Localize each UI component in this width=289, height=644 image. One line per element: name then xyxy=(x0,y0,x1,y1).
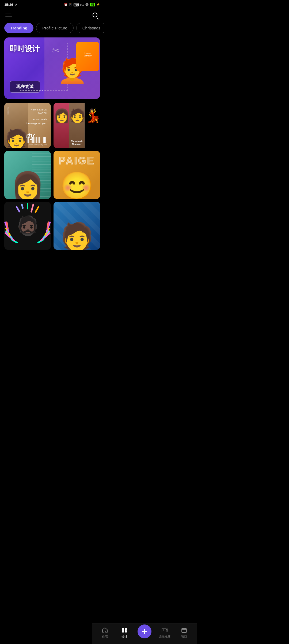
beauty-season: NEW SEASONMARCH xyxy=(31,108,47,115)
blue-person-icon: 🧑 xyxy=(60,223,94,250)
card-throwback-inner: 👩 🧑 ThrowbackThursday 💃 xyxy=(54,103,100,148)
status-right: ⏰ 📳 HD 5G 55 ⚡ xyxy=(64,3,100,6)
beauty-url: www.beautymag.com xyxy=(29,144,47,145)
svg-rect-14 xyxy=(30,204,34,213)
status-left: 15:36 ✓ xyxy=(4,3,18,7)
card-paige[interactable]: PAIGE 😊 xyxy=(54,151,100,199)
birthday-card-text: HappyBirthday xyxy=(78,52,97,57)
card-blue[interactable]: 🧑 xyxy=(54,202,100,250)
svg-rect-15 xyxy=(21,204,24,209)
person-icon-3: 💃 xyxy=(85,103,100,124)
hd-icon: HD xyxy=(74,3,79,6)
audio-bars-svg xyxy=(4,202,51,250)
battery-indicator: 55 xyxy=(90,3,95,6)
vibrate-icon: 📳 xyxy=(69,3,73,6)
throwback-col-2: 🧑 ThrowbackThursday xyxy=(69,103,84,148)
top-bar xyxy=(0,8,104,23)
paige-person-icon: 😊 xyxy=(60,172,94,199)
svg-rect-17 xyxy=(16,206,21,213)
paige-person: 😊 xyxy=(54,162,100,199)
alarm-icon: ⏰ xyxy=(64,3,68,6)
card-teal[interactable]: 👩 xyxy=(4,151,51,199)
search-icon xyxy=(93,13,97,17)
menu-button[interactable] xyxy=(5,13,12,17)
card-audio[interactable]: 🧔🏿 xyxy=(4,202,51,250)
card-teal-inner: 👩 xyxy=(4,151,51,199)
charging-icon: ⚡ xyxy=(96,3,100,6)
card-beauty-inner: Fashion NEW SEASONMARCH Let us createthe… xyxy=(4,103,51,148)
svg-point-0 xyxy=(87,6,87,6)
teal-person-icon: 👩 xyxy=(11,172,44,199)
beauty-person: 🧑 xyxy=(4,103,28,148)
card-audio-inner: 🧔🏿 xyxy=(4,202,51,250)
tab-profile-picture[interactable]: Profile Picture xyxy=(36,23,73,33)
filter-tabs: Trending Profile Picture Christmas ··· xyxy=(0,23,104,37)
bottom-spacer xyxy=(0,252,104,277)
time: 15:36 xyxy=(4,3,13,7)
audio-bars-container xyxy=(4,202,51,250)
blue-person: 🧑 xyxy=(54,202,100,250)
throwback-label: ThrowbackThursday xyxy=(71,140,82,145)
tab-trending[interactable]: Trending xyxy=(4,23,33,33)
svg-rect-13 xyxy=(27,203,28,209)
birthday-card: HappyBirthday xyxy=(76,42,99,71)
check-icon: ✓ xyxy=(15,3,18,7)
signal-icon: 5G xyxy=(80,3,84,6)
wifi-icon xyxy=(85,3,89,6)
card-paige-inner: PAIGE 😊 xyxy=(54,151,100,199)
throwback-col-1: 👩 xyxy=(54,103,69,148)
search-button[interactable] xyxy=(91,11,99,19)
template-grid: Fashion NEW SEASONMARCH Let us createthe… xyxy=(0,103,104,250)
beauty-person-icon: 🧑 xyxy=(5,129,28,148)
svg-rect-16 xyxy=(35,206,40,213)
person-icon-2: 🧑 xyxy=(69,103,84,124)
teal-person: 👩 xyxy=(4,151,51,199)
banner[interactable]: 即时设计 现在尝试 ✂ 🧑‍🦰 HappyBirthday xyxy=(4,37,100,99)
beauty-text: Let us createthe magic on you. xyxy=(26,117,47,125)
card-blue-inner: 🧑 xyxy=(54,202,100,250)
tab-christmas[interactable]: Christmas xyxy=(76,23,104,33)
card-throwback[interactable]: 👩 🧑 ThrowbackThursday 💃 xyxy=(54,103,100,148)
card-beauty[interactable]: Fashion NEW SEASONMARCH Let us createthe… xyxy=(4,103,51,148)
status-bar: 15:36 ✓ ⏰ 📳 HD 5G 55 ⚡ xyxy=(0,0,104,8)
throwback-col-3: 💃 xyxy=(85,103,100,148)
person-icon-1: 👩 xyxy=(54,103,69,124)
